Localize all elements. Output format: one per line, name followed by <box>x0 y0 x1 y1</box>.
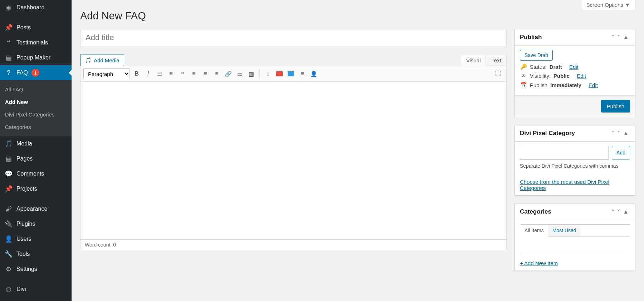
tab-all-items[interactable]: All Items <box>520 225 548 236</box>
text-style-icon[interactable]: ≡ <box>298 69 307 78</box>
sidebar-sub-divi-pixel-categories[interactable]: Divi Pixel Categories <box>0 108 72 121</box>
add-new-item-link[interactable]: + Add New Item <box>520 260 558 266</box>
sidebar-item-popup-maker[interactable]: ▤Popup Maker <box>0 50 72 65</box>
sidebar-item-divi[interactable]: ◍Divi <box>0 282 72 297</box>
link-icon[interactable]: 🔗 <box>224 69 233 78</box>
sidebar-item-label: Dashboard <box>16 4 44 11</box>
editor-column: 🎵 Add Media Visual Text Paragraph B I ☰ … <box>80 29 507 279</box>
add-divi-pixel-category-button[interactable]: Add <box>612 146 630 159</box>
hint-text: Separate Divi Pixel Categories with comm… <box>520 163 630 169</box>
edit-publish-time-link[interactable]: Edit <box>589 82 598 88</box>
choose-most-used-link[interactable]: Choose from the most used Divi Pixel Cat… <box>520 179 609 191</box>
visibility-value: Public <box>553 73 570 79</box>
screen-options-button[interactable]: Screen Options ▼ <box>581 0 635 10</box>
blockquote-icon[interactable]: ❝ <box>178 69 187 78</box>
chevron-down-icon: ▼ <box>625 2 630 8</box>
editor-toolbar: Paragraph B I ☰ ≡ ❝ ≡ ≡ ≡ 🔗 ▭ ▦ ↕ ≡ 👤 ⛶ <box>80 66 507 82</box>
sidebar-item-label: Plugins <box>16 221 35 227</box>
sidebar-item-faq[interactable]: ? FAQ 1 <box>0 65 72 80</box>
sidebar-item-label: Media <box>16 140 32 147</box>
sidebar-item-projects[interactable]: 📌Projects <box>0 181 72 196</box>
sidebar-item-label: Appearance <box>16 206 47 212</box>
gauge-icon: ◉ <box>4 4 13 11</box>
align-right-icon[interactable]: ≡ <box>212 69 221 78</box>
triangle-up-icon[interactable]: ▲ <box>621 34 630 40</box>
triangle-up-icon[interactable]: ▲ <box>621 130 630 137</box>
comment-icon: 💬 <box>4 170 13 178</box>
format-select[interactable]: Paragraph <box>83 68 130 79</box>
tab-most-used[interactable]: Most Used <box>548 225 581 236</box>
chevron-down-icon[interactable]: ˅ <box>616 209 621 215</box>
sidebar-sub-categories[interactable]: Categories <box>0 121 72 133</box>
numbered-list-icon[interactable]: ≡ <box>166 69 176 78</box>
toolbar-toggle-icon[interactable]: ↕ <box>263 69 273 78</box>
chevron-up-icon[interactable]: ˄ <box>610 34 616 41</box>
sidebar-item-media[interactable]: 🎵Media <box>0 136 72 151</box>
sidebar-sub-all-faq[interactable]: All FAQ <box>0 83 72 96</box>
tab-text[interactable]: Text <box>486 55 507 66</box>
divider-icon[interactable] <box>286 69 296 78</box>
bullet-list-icon[interactable]: ☰ <box>155 69 164 78</box>
chevron-up-icon[interactable]: ˄ <box>610 209 616 215</box>
triangle-up-icon[interactable]: ▲ <box>621 209 630 215</box>
sidebar-item-label: Projects <box>16 186 37 192</box>
sidebar-item-label: Popup Maker <box>16 54 50 61</box>
sidebar-item-collapse[interactable]: ◀Collapse menu <box>0 297 72 301</box>
sidebar-item-dashboard[interactable]: ◉Dashboard <box>0 0 72 15</box>
sidebar-item-label: Posts <box>16 24 31 31</box>
metabox-title: Divi Pixel Category <box>520 130 610 137</box>
editor-mode-tabs: Visual Text <box>461 55 507 66</box>
divi-pixel-category-input[interactable] <box>520 146 609 159</box>
sidebar-item-label: Users <box>16 236 31 242</box>
pages-icon: ▤ <box>4 54 13 62</box>
color-blocks-icon[interactable] <box>275 69 284 78</box>
editor-status-bar: Word count: 0 <box>80 239 507 250</box>
user-icon[interactable]: 👤 <box>309 69 318 78</box>
save-draft-button[interactable]: Save Draft <box>520 50 553 61</box>
sidebar-item-appearance[interactable]: 🖌Appearance <box>0 201 72 216</box>
post-title-input[interactable] <box>80 29 507 46</box>
sidebar-item-plugins[interactable]: 🔌Plugins <box>0 216 72 231</box>
pin-icon: 📌 <box>4 24 13 32</box>
italic-icon[interactable]: I <box>143 69 153 78</box>
sidebar-item-users[interactable]: 👤Users <box>0 231 72 247</box>
sidebar-item-testimonials[interactable]: ❝Testimonials <box>0 35 72 50</box>
add-media-button[interactable]: 🎵 Add Media <box>80 54 124 66</box>
sidebar-item-pages[interactable]: ▤Pages <box>0 151 72 166</box>
align-center-icon[interactable]: ≡ <box>201 69 210 78</box>
help-icon: ? <box>4 69 13 77</box>
edit-visibility-link[interactable]: Edit <box>577 73 586 79</box>
read-more-icon[interactable]: ▭ <box>235 69 244 78</box>
divi-icon: ◍ <box>4 285 13 293</box>
wrench-icon: 🔧 <box>4 250 13 258</box>
sidebar-sub-add-new[interactable]: Add New <box>0 96 72 108</box>
admin-sidebar: ◉Dashboard 📌Posts ❝Testimonials ▤Popup M… <box>0 0 72 301</box>
chevron-down-icon[interactable]: ˅ <box>616 34 621 41</box>
media-icon: 🎵 <box>85 57 92 63</box>
sidebar-item-comments[interactable]: 💬Comments <box>0 166 72 181</box>
divi-pixel-category-metabox: Divi Pixel Category ˄ ˅ ▲ Add Separate D… <box>514 125 635 196</box>
key-icon: 🔑 <box>520 63 527 70</box>
editor-textarea[interactable] <box>80 82 507 239</box>
sidebar-item-tools[interactable]: 🔧Tools <box>0 247 72 262</box>
fullscreen-icon[interactable]: ⛶ <box>493 69 503 78</box>
pages-icon: ▤ <box>4 155 13 163</box>
bold-icon[interactable]: B <box>132 69 141 78</box>
sidebar-item-posts[interactable]: 📌Posts <box>0 20 72 35</box>
tab-visual[interactable]: Visual <box>461 55 486 66</box>
plugin-icon: 🔌 <box>4 220 13 228</box>
user-icon: 👤 <box>4 235 13 243</box>
kitchen-sink-icon[interactable]: ▦ <box>247 69 256 78</box>
chevron-up-icon[interactable]: ˄ <box>610 130 616 137</box>
category-checklist[interactable] <box>520 236 630 255</box>
sidebar-item-label: Pages <box>16 156 33 162</box>
chevron-down-icon[interactable]: ˅ <box>616 130 621 137</box>
status-value: Draft <box>550 64 562 70</box>
sidebar-item-label: FAQ <box>16 70 28 76</box>
publish-metabox: Publish ˄ ˅ ▲ Save Draft 🔑Status: Draft … <box>514 29 635 117</box>
metabox-title: Categories <box>520 208 610 215</box>
publish-button[interactable]: Publish <box>601 100 630 113</box>
sidebar-item-settings[interactable]: ⚙Settings <box>0 262 72 277</box>
edit-status-link[interactable]: Edit <box>569 64 579 70</box>
align-left-icon[interactable]: ≡ <box>189 69 199 78</box>
